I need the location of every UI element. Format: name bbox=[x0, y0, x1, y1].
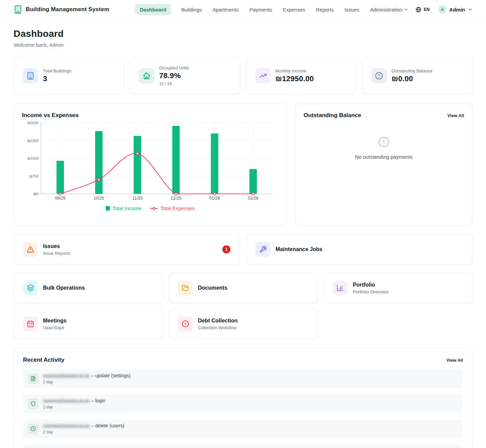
legend-label: Total Expenses bbox=[160, 205, 195, 211]
alert-circle-icon bbox=[182, 320, 189, 328]
main-nav: DashboardBuildingsApartmentsPaymentsExpe… bbox=[135, 4, 409, 15]
card-maintenance-jobs[interactable]: Maintenance Jobs bbox=[246, 234, 472, 265]
action-row-2: Bulk OperationsDocumentsPortfolioPortfol… bbox=[14, 273, 472, 303]
outstanding-view-all-link[interactable]: View All bbox=[447, 113, 464, 118]
trending-up-icon bbox=[259, 72, 267, 80]
activity-action-text: – delete (users) bbox=[91, 423, 124, 428]
activity-action-text: – login bbox=[91, 398, 105, 403]
income-expenses-chart: ₪0₪750₪1500₪2250₪300009/2510/2511/2512/2… bbox=[22, 119, 278, 203]
chevron-down-icon bbox=[404, 7, 408, 12]
svg-text:11/25: 11/25 bbox=[132, 196, 142, 201]
nav-item-buildings[interactable]: Buildings bbox=[180, 4, 202, 15]
recent-activity-card: Recent Activity View All xxxxxxx@xxxxxx.… bbox=[14, 348, 472, 448]
card-title: Debt Collection bbox=[198, 318, 238, 324]
svg-text:₪3000: ₪3000 bbox=[27, 121, 39, 125]
nav-item-label: Payments bbox=[249, 7, 272, 13]
nav-item-administration[interactable]: Administration bbox=[369, 4, 409, 15]
card-title: Portfolio bbox=[353, 282, 388, 288]
activity-item-partial bbox=[23, 445, 463, 448]
legend-label: Total Income bbox=[113, 205, 141, 211]
card-meetings[interactable]: MeetingsVaad Bayit bbox=[14, 309, 163, 339]
stat-value: ₪0.00 bbox=[392, 74, 433, 83]
recent-activity-title: Recent Activity bbox=[23, 357, 64, 363]
stat-label: Monthly Income bbox=[275, 68, 314, 73]
nav-item-label: Dashboard bbox=[140, 7, 166, 13]
building-icon bbox=[26, 72, 35, 80]
svg-text:₪0: ₪0 bbox=[34, 192, 39, 196]
card-title: Maintenance Jobs bbox=[275, 246, 323, 252]
calendar-icon bbox=[27, 320, 34, 328]
redacted-email: xxxxxxx@xxxxxx.xx.xx bbox=[43, 373, 89, 378]
income-vs-expenses-card: Income vs Expenses ₪0₪750₪1500₪2250₪3000… bbox=[14, 104, 287, 225]
stat-card-total-buildings: Total Buildings3 bbox=[14, 57, 124, 94]
income-bar bbox=[57, 161, 64, 194]
nav-item-label: Apartments bbox=[213, 7, 239, 13]
stat-value: ₪12950.00 bbox=[275, 74, 314, 83]
card-bulk-operations[interactable]: Bulk Operations bbox=[14, 273, 163, 303]
card-subtitle: Vaad Bayit bbox=[43, 325, 66, 330]
language-code: EN bbox=[424, 7, 429, 12]
card-title: Bulk Operations bbox=[43, 285, 85, 291]
action-row-3: MeetingsVaad BayitDebt CollectionCollect… bbox=[14, 309, 472, 339]
svg-text:01/26: 01/26 bbox=[209, 196, 220, 201]
nav-item-issues[interactable]: Issues bbox=[344, 4, 360, 15]
card-title: Issues bbox=[43, 243, 70, 249]
svg-text:₪2250: ₪2250 bbox=[27, 139, 39, 143]
card-portfolio[interactable]: PortfolioPortfolio Overview bbox=[323, 273, 472, 303]
nav-item-dashboard[interactable]: Dashboard bbox=[135, 4, 171, 15]
expenses-point bbox=[214, 193, 216, 195]
language-selector[interactable]: EN bbox=[416, 7, 429, 13]
nav-item-reports[interactable]: Reports bbox=[315, 4, 335, 15]
nav-item-payments[interactable]: Payments bbox=[249, 4, 273, 15]
svg-text:₪1500: ₪1500 bbox=[27, 156, 39, 160]
alert-circle-icon bbox=[378, 136, 390, 148]
stat-card-outstanding-balance: Outstanding Balance₪0.00 bbox=[362, 57, 472, 94]
activity-time: 2 day bbox=[43, 405, 105, 409]
empty-state-text: No outstanding payments bbox=[355, 154, 413, 160]
income-bar bbox=[172, 126, 180, 194]
home-icon bbox=[142, 72, 151, 80]
nav-item-apartments[interactable]: Apartments bbox=[212, 4, 239, 15]
nav-item-label: Buildings bbox=[181, 7, 202, 13]
top-navigation-bar: Building Management System DashboardBuil… bbox=[0, 0, 486, 19]
chart-title: Income vs Expenses bbox=[22, 112, 278, 119]
alert-circle-icon bbox=[375, 72, 383, 80]
card-issues[interactable]: IssuesIssue Reports1 bbox=[14, 234, 240, 265]
activity-view-all-link[interactable]: View All bbox=[446, 358, 463, 363]
app-brand[interactable]: Building Management System bbox=[14, 5, 109, 14]
chart-legend: Total IncomeTotal Expenses bbox=[22, 205, 278, 211]
dashboard-main: Dashboard Welcome back, Admin Total Buil… bbox=[0, 28, 486, 448]
activity-time: 2 day bbox=[43, 380, 131, 384]
chart-column-icon bbox=[336, 284, 344, 292]
card-title: Documents bbox=[198, 285, 227, 291]
stat-label: Outstanding Balance bbox=[392, 68, 433, 73]
card-title: Meetings bbox=[43, 318, 66, 324]
expenses-line bbox=[60, 153, 253, 194]
building-logo-icon bbox=[14, 5, 22, 14]
nav-item-label: Reports bbox=[316, 7, 334, 13]
nav-item-label: Issues bbox=[345, 7, 359, 13]
legend-item-total-income[interactable]: Total Income bbox=[106, 205, 141, 211]
redacted-email: xxxxxxx@xxxxxx.xx.xx bbox=[43, 398, 89, 403]
layers-icon bbox=[27, 284, 34, 292]
redacted-email: xxxxxxx@xxxxxx.xx.xx bbox=[43, 423, 89, 428]
income-bar bbox=[249, 169, 257, 194]
activity-item: xxxxxxx@xxxxxx.xx.xx– delete (users)2 da… bbox=[23, 420, 463, 438]
stat-subvalue: 15 / 19 bbox=[159, 82, 189, 86]
nav-item-expenses[interactable]: Expenses bbox=[282, 4, 306, 15]
activity-action-text: – update (settings) bbox=[91, 373, 131, 378]
legend-swatch bbox=[106, 206, 110, 210]
user-menu[interactable]: A Admin bbox=[438, 5, 472, 14]
activity-item: xxxxxxx@xxxxxx.xx.xx– update (settings)2… bbox=[23, 369, 463, 388]
welcome-subtitle: Welcome back, Admin bbox=[14, 42, 472, 48]
stat-cards-row: Total Buildings3Occupied Units78.9%15 / … bbox=[14, 57, 472, 94]
chart-canvas: ₪0₪750₪1500₪2250₪300009/2510/2511/2512/2… bbox=[22, 119, 277, 202]
outstanding-balance-panel: Outstanding Balance View All No outstand… bbox=[295, 104, 472, 225]
nav-item-label: Administration bbox=[370, 7, 402, 13]
card-documents[interactable]: Documents bbox=[169, 273, 318, 303]
expenses-point bbox=[59, 193, 62, 195]
card-debt-collection[interactable]: Debt CollectionCollection Workflow bbox=[169, 309, 318, 339]
expenses-point bbox=[136, 153, 139, 155]
nav-item-label: Expenses bbox=[283, 7, 305, 13]
legend-item-total-expenses[interactable]: Total Expenses bbox=[150, 205, 195, 211]
